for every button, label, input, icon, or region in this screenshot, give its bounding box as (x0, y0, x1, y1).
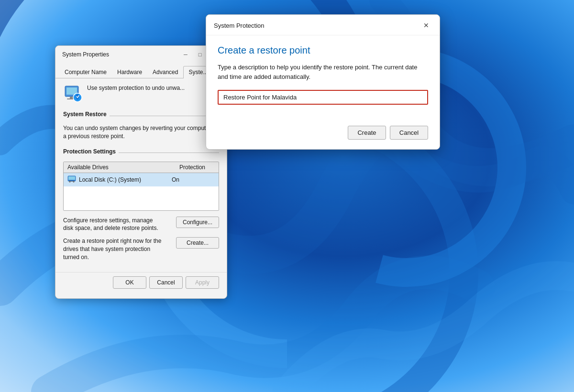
system-properties-titlebar: System Properties ─ □ ✕ (55, 46, 227, 62)
tab-advanced[interactable]: Advanced (147, 66, 183, 78)
configure-description: Configure restore settings, manage disk … (63, 217, 164, 233)
dialog-close-button[interactable]: ✕ (419, 20, 433, 31)
tab-computer-name[interactable]: Computer Name (59, 66, 112, 78)
computer-shield-icon (63, 85, 82, 102)
restore-point-input[interactable] (218, 90, 428, 105)
maximize-button[interactable]: □ (193, 50, 207, 59)
ok-button[interactable]: OK (113, 276, 146, 289)
protection-settings-title: Protection Settings (63, 148, 116, 155)
protection-status: On (172, 176, 215, 183)
system-restore-section: System Restore (63, 111, 219, 120)
protection-settings-section: Protection Settings (63, 148, 219, 158)
table-row[interactable]: Local Disk (C:) (System) On (64, 173, 219, 186)
protection-settings: Protection Settings Available Drives Pro… (63, 148, 219, 261)
create-row: Create a restore point right now for the… (63, 237, 219, 261)
system-protection-dialog: System Protection ✕ Create a restore poi… (206, 14, 440, 150)
system-restore-title: System Restore (63, 111, 107, 118)
dialog-content: Create a restore point Type a descriptio… (206, 35, 440, 126)
drive-name: Local Disk (C:) (System) (79, 176, 172, 183)
minimize-icon: ─ (184, 52, 188, 57)
drives-table: Available Drives Protection (63, 162, 219, 211)
protection-description: Use system protection to undo unwa... (87, 84, 185, 92)
col-protection: Protection (176, 162, 219, 173)
system-properties-window: System Properties ─ □ ✕ Computer Name Ha… (55, 45, 227, 299)
system-properties-content: Computer Name Hardware Advanced Syste... (55, 62, 227, 298)
section-line (110, 116, 219, 116)
create-description: Create a restore point right now for the… (63, 237, 164, 261)
minimize-button[interactable]: ─ (179, 50, 192, 59)
dialog-titlebar: System Protection ✕ (206, 15, 440, 35)
create-restore-button[interactable]: Create... (176, 237, 219, 249)
dialog-footer: Create Cancel (206, 126, 440, 149)
col-drives: Available Drives (64, 162, 176, 173)
configure-row: Configure restore settings, manage disk … (63, 217, 219, 233)
section-line-2 (119, 152, 219, 153)
tab-hardware[interactable]: Hardware (112, 66, 147, 78)
configure-button[interactable]: Configure... (176, 217, 219, 228)
system-restore-description: You can undo system changes by reverting… (63, 124, 219, 141)
dialog-create-button[interactable]: Create (348, 126, 386, 140)
tabs-container: Computer Name Hardware Advanced Syste... (55, 62, 227, 78)
drive-icon (67, 175, 76, 184)
maximize-icon: □ (199, 52, 202, 57)
dialog-cancel-button[interactable]: Cancel (390, 126, 428, 140)
dialog-heading: Create a restore point (218, 45, 428, 56)
svg-rect-6 (68, 176, 75, 180)
dialog-close-icon: ✕ (423, 22, 429, 29)
table-empty-rows (64, 186, 219, 210)
dialog-title: System Protection (214, 22, 265, 29)
protection-header: Use system protection to undo unwa... (63, 84, 219, 103)
dialog-description: Type a description to help you identify … (218, 63, 428, 81)
apply-button[interactable]: Apply (186, 276, 219, 289)
svg-rect-10 (69, 181, 75, 182)
table-header: Available Drives Protection (64, 162, 219, 173)
system-properties-title: System Properties (62, 51, 109, 58)
window-footer: OK Cancel Apply (55, 272, 227, 291)
cancel-button[interactable]: Cancel (149, 276, 183, 289)
system-icon (63, 84, 82, 103)
tab-content: Use system protection to undo unwa... Sy… (55, 78, 227, 272)
